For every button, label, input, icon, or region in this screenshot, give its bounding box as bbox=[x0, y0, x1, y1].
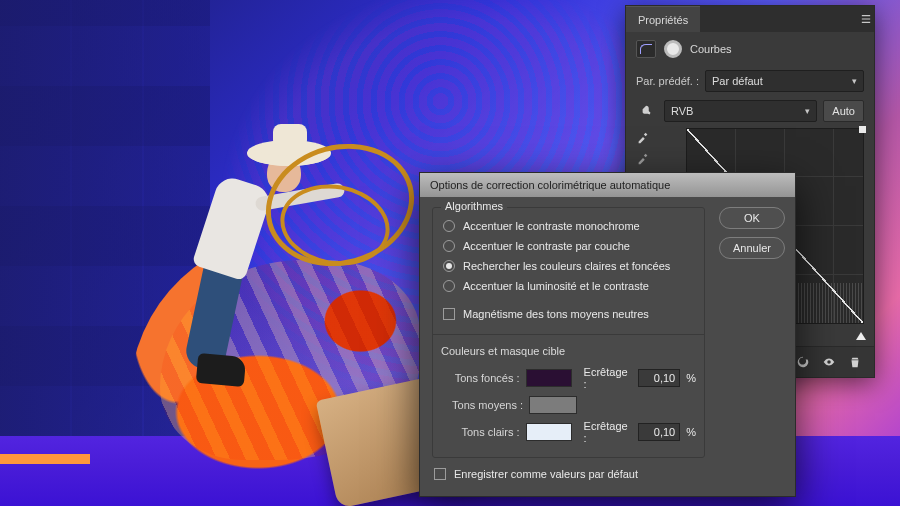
percent: % bbox=[686, 372, 696, 384]
eyedropper-black-icon[interactable] bbox=[636, 130, 652, 146]
cancel-button[interactable]: Annuler bbox=[719, 237, 785, 259]
radio-monochrome[interactable]: Accentuer le contraste monochrome bbox=[441, 216, 696, 236]
bg-cone bbox=[0, 454, 90, 464]
preset-select[interactable]: Par défaut ▾ bbox=[705, 70, 864, 92]
channel-select[interactable]: RVB ▾ bbox=[664, 100, 817, 122]
radio-icon bbox=[443, 240, 455, 252]
shadows-swatch[interactable] bbox=[526, 369, 572, 387]
midtones-row: Tons moyens : bbox=[441, 393, 696, 417]
highlights-row: Tons clairs : Ecrêtage : 0,10 % bbox=[441, 417, 696, 447]
curves-icon bbox=[636, 40, 656, 58]
radio-label: Accentuer la luminosité et le contraste bbox=[463, 280, 649, 292]
ok-button[interactable]: OK bbox=[719, 207, 785, 229]
highlights-label: Tons clairs : bbox=[441, 426, 520, 438]
radio-brightness-contrast[interactable]: Accentuer la luminosité et le contraste bbox=[441, 276, 696, 296]
highlights-swatch[interactable] bbox=[526, 423, 572, 441]
radio-icon bbox=[443, 220, 455, 232]
trash-icon[interactable] bbox=[844, 353, 866, 371]
shadows-clip-field[interactable]: 0,10 bbox=[638, 369, 681, 387]
percent: % bbox=[686, 426, 696, 438]
clip-label: Ecrêtage : bbox=[584, 420, 632, 444]
radio-label: Rechercher les couleurs claires et foncé… bbox=[463, 260, 670, 272]
divider bbox=[433, 334, 704, 335]
panel-menu-icon[interactable] bbox=[858, 6, 874, 32]
highlights-clip-field[interactable]: 0,10 bbox=[638, 423, 681, 441]
auto-button[interactable]: Auto bbox=[823, 100, 864, 122]
radio-label: Accentuer le contraste par couche bbox=[463, 240, 630, 252]
targets-legend: Couleurs et masque cible bbox=[441, 345, 696, 357]
algorithms-legend: Algorithmes bbox=[441, 200, 507, 212]
layer-mask-icon[interactable] bbox=[664, 40, 682, 58]
clip-label: Ecrêtage : bbox=[584, 366, 632, 390]
curve-point-highlight[interactable] bbox=[859, 126, 866, 133]
panel-tabbar: Propriétés bbox=[626, 6, 874, 32]
eyedropper-gray-icon[interactable] bbox=[636, 151, 652, 167]
dialog-buttons: OK Annuler bbox=[719, 207, 785, 259]
chevron-down-icon: ▾ bbox=[852, 76, 857, 86]
radio-light-dark[interactable]: Rechercher les couleurs claires et foncé… bbox=[441, 256, 696, 276]
checkbox-label: Enregistrer comme valeurs par défaut bbox=[454, 468, 638, 480]
preset-label: Par. prédéf. : bbox=[636, 75, 699, 87]
midtones-swatch[interactable] bbox=[529, 396, 577, 414]
checkbox-label: Magnétisme des tons moyens neutres bbox=[463, 308, 649, 320]
chevron-down-icon: ▾ bbox=[805, 106, 810, 116]
slider-white-point[interactable] bbox=[856, 332, 866, 340]
auto-color-dialog: Options de correction colorimétrique aut… bbox=[419, 172, 796, 497]
preset-row: Par. prédéf. : Par défaut ▾ bbox=[626, 66, 874, 96]
checkbox-save-defaults[interactable]: Enregistrer comme valeurs par défaut bbox=[432, 458, 705, 484]
targeted-adjust-icon[interactable] bbox=[636, 101, 658, 121]
visibility-icon[interactable] bbox=[818, 353, 840, 371]
checkbox-snap-neutral[interactable]: Magnétisme des tons moyens neutres bbox=[441, 304, 696, 324]
radio-per-channel[interactable]: Accentuer le contraste par couche bbox=[441, 236, 696, 256]
midtones-label: Tons moyens : bbox=[441, 399, 523, 411]
checkbox-icon bbox=[443, 308, 455, 320]
radio-label: Accentuer le contraste monochrome bbox=[463, 220, 640, 232]
algorithms-group: Algorithmes Accentuer le contraste monoc… bbox=[432, 207, 705, 458]
channel-row: RVB ▾ Auto bbox=[626, 96, 874, 126]
tab-properties[interactable]: Propriétés bbox=[626, 6, 700, 32]
checkbox-icon bbox=[434, 468, 446, 480]
preset-value: Par défaut bbox=[712, 75, 763, 87]
channel-value: RVB bbox=[671, 105, 693, 117]
adjustment-header: Courbes bbox=[626, 32, 874, 66]
shadows-label: Tons foncés : bbox=[441, 372, 520, 384]
dialog-title[interactable]: Options de correction colorimétrique aut… bbox=[420, 173, 795, 197]
radio-icon bbox=[443, 280, 455, 292]
adjustment-label: Courbes bbox=[690, 43, 732, 55]
shadows-row: Tons foncés : Ecrêtage : 0,10 % bbox=[441, 363, 696, 393]
radio-icon bbox=[443, 260, 455, 272]
